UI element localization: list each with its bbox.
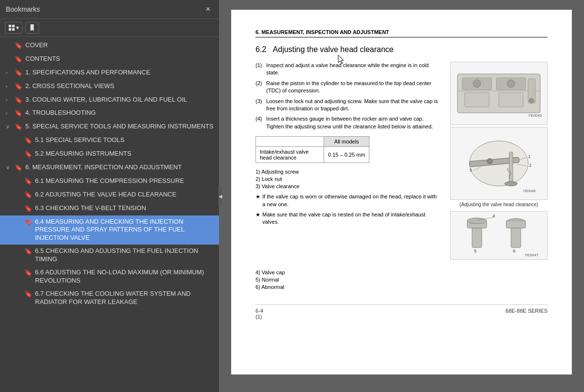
bookmark-item-cover[interactable]: 🔖COVER xyxy=(0,39,219,53)
bookmark-text: 4. TROUBLESHOOTING xyxy=(25,109,215,117)
bookmark-text: 2. CROSS SECTIONAL VIEWS xyxy=(25,82,215,90)
svg-point-9 xyxy=(473,80,481,88)
svg-point-19 xyxy=(505,181,517,186)
svg-rect-8 xyxy=(499,92,523,107)
document-panel: 6. MEASUREMENT, INSPECTION AND ADJUSTMEN… xyxy=(219,0,584,392)
bookmark-empty-icon: 🔖 xyxy=(24,150,32,159)
numbered-item: 3) Valve clearance xyxy=(256,183,440,189)
svg-rect-31 xyxy=(511,228,521,248)
valve-image-box: 1 2 3 YE0046 xyxy=(450,127,548,200)
bookmarks-title: Bookmarks xyxy=(6,5,40,13)
bookmark-text: 1. SPECIFICATIONS AND PERFORMANCE xyxy=(25,69,215,77)
bookmark-item-measure[interactable]: ∨🔖6. MEASUREMENT, INSPECTION AND ADJUSTM… xyxy=(0,161,219,175)
svg-rect-0 xyxy=(9,25,11,27)
step-num: (4) xyxy=(256,115,263,130)
doc-text-column: (1)Inspect and adjust a valve head clear… xyxy=(256,62,440,262)
bookmark-empty-icon: 🔖 xyxy=(24,290,32,299)
bookmark-item-special52[interactable]: 🔖5.2 MEASURING INSTRUMENTS xyxy=(0,147,219,161)
bookmark-item-special[interactable]: ∨🔖5. SPECIAL SERVICE TOOLS AND MEASURING… xyxy=(0,120,219,134)
bookmark-filled-icon: 🔖 xyxy=(15,164,22,172)
svg-text:YE0045: YE0045 xyxy=(528,113,542,118)
bookmark-text: 6.1 MEASURING THE COMPRESSION PRESSURE xyxy=(35,177,215,185)
table-header: All models xyxy=(324,137,369,147)
bookmark-text: 6.7 CHECKING THE COOLING WATER SYSTEM AN… xyxy=(35,290,215,306)
star-notes: ★If the valve cap is worn or otherwise d… xyxy=(256,193,440,226)
section-title: 6.2 Adjusting the valve head clearance xyxy=(256,45,548,54)
bookmarks-list[interactable]: 🔖COVER 🔖CONTENTS›🔖1. SPECIFICATIONS AND … xyxy=(0,37,219,392)
numbered-item2: 5) Normal xyxy=(256,277,548,283)
bookmark-item-m61[interactable]: 🔖6.1 MEASURING THE COMPRESSION PRESSURE xyxy=(0,175,219,188)
bookmarks-header: Bookmarks × xyxy=(0,0,219,19)
step-item: (3)Loosen the lock nut and adjusting scr… xyxy=(256,98,440,113)
bookmark-text: 3. COOLING WATER, LUBRICATING OIL AND FU… xyxy=(25,96,215,104)
bookmark-item-m64[interactable]: 🔖6.4 MEASURING AND CHECKING THE INJECTIO… xyxy=(0,215,219,245)
bookmark-item-cooling[interactable]: ›🔖3. COOLING WATER, LUBRICATING OIL AND … xyxy=(0,93,219,107)
svg-text:6: 6 xyxy=(513,249,515,253)
series-label: 68E-88E SERIES xyxy=(506,308,548,320)
expand-icon: ∨ xyxy=(6,123,13,130)
bookmark-empty-icon: 🔖 xyxy=(24,137,32,145)
grid-icon xyxy=(8,24,15,31)
engine-image-box: YE0045 xyxy=(450,62,548,125)
bookmark-button[interactable] xyxy=(25,22,39,34)
bookmark-text: 6.6 ADJUSTING THE NO-LOAD MAXIMUM (OR MI… xyxy=(35,268,215,285)
doc-footer: 6-4 (1) 68E-88E SERIES xyxy=(256,304,548,320)
numbered-item: 2) Lock nut xyxy=(256,176,440,182)
step-num: (1) xyxy=(256,62,263,77)
bookmark-text: COVER xyxy=(25,41,215,50)
step-text: Raise the piston in the cylinder to be m… xyxy=(266,80,440,95)
step-text: Insert a thickness gauge in between the … xyxy=(266,115,440,130)
expand-icon: › xyxy=(6,109,13,116)
star-note: ★If the valve cap is worn or otherwise d… xyxy=(256,193,440,208)
bookmark-empty-icon: 🔖 xyxy=(24,218,32,227)
star-symbol: ★ xyxy=(256,211,260,226)
img2-caption: (Adjusting the valve head clearance) xyxy=(450,202,548,207)
bookmark-item-spec[interactable]: ›🔖1. SPECIFICATIONS AND PERFORMANCE xyxy=(0,66,219,80)
bookmark-item-m62[interactable]: 🔖6.2 ADJUSTING THE VALVE HEAD CLEARANCE xyxy=(0,188,219,202)
star-note: ★Make sure that the valve cap is nested … xyxy=(256,211,440,226)
bookmark-empty-icon: 🔖 xyxy=(15,69,22,77)
clearance-table: All models Intake/exhaust valve head cle… xyxy=(256,136,369,163)
svg-text:YE0046: YE0046 xyxy=(523,189,535,193)
svg-text:2: 2 xyxy=(529,163,531,168)
panel-collapse-button[interactable]: ◀ xyxy=(219,186,222,206)
close-button[interactable]: × xyxy=(203,4,213,15)
svg-rect-3 xyxy=(12,28,15,31)
svg-text:5: 5 xyxy=(474,249,476,253)
bookmark-item-cross[interactable]: ›🔖2. CROSS SECTIONAL VIEWS xyxy=(0,80,219,93)
doc-main-content: (1)Inspect and adjust a valve head clear… xyxy=(256,62,548,262)
bookmark-empty-icon: 🔖 xyxy=(24,205,32,213)
svg-point-10 xyxy=(507,80,515,88)
bookmark-text: 5.2 MEASURING INSTRUMENTS xyxy=(35,150,215,158)
bookmark-item-trouble[interactable]: ›🔖4. TROUBLESHOOTING xyxy=(0,107,219,120)
svg-text:3: 3 xyxy=(470,168,472,173)
expand-icon: ∨ xyxy=(6,164,13,171)
bookmark-item-m67[interactable]: 🔖6.7 CHECKING THE COOLING WATER SYSTEM A… xyxy=(0,287,219,309)
numbered-items2-list: 4) Valve cap5) Normal6) Abnormal xyxy=(256,269,548,290)
expand-icon: › xyxy=(6,69,13,76)
table-row-label: Intake/exhaust valve head clearance xyxy=(256,147,324,163)
bookmark-item-m65[interactable]: 🔖6.5 CHECKING AND ADJUSTING THE FUEL INJ… xyxy=(0,245,219,266)
valve-cap-diagram: 4 5 6 YE0047 xyxy=(453,214,545,257)
bookmark-item-special51[interactable]: 🔖5.1 SPECIAL SERVICE TOOLS xyxy=(0,134,219,147)
svg-rect-1 xyxy=(12,25,15,27)
bookmarks-panel: Bookmarks × ▾ 🔖COVER 🔖CONTENTS›🔖1. SPECI… xyxy=(0,0,219,392)
svg-point-13 xyxy=(529,98,534,103)
note-text: If the valve cap is worn or otherwise da… xyxy=(262,193,440,208)
step-text: Inspect and adjust a valve head clearanc… xyxy=(266,62,440,77)
bookmark-item-contents[interactable]: 🔖CONTENTS xyxy=(0,53,219,66)
bookmark-text: 6.4 MEASURING AND CHECKING THE INJECTION… xyxy=(35,218,215,243)
svg-rect-7 xyxy=(465,92,489,107)
bookmark-item-m66[interactable]: 🔖6.6 ADJUSTING THE NO-LOAD MAXIMUM (OR M… xyxy=(0,266,219,287)
view-options-button[interactable]: ▾ xyxy=(5,22,22,34)
bookmark-text: 6.5 CHECKING AND ADJUSTING THE FUEL INJE… xyxy=(35,247,215,264)
bookmark-empty-icon: 🔖 xyxy=(15,109,22,118)
svg-text:4: 4 xyxy=(493,214,495,218)
svg-text:YE0047: YE0047 xyxy=(525,253,539,257)
bookmark-text: 5.1 SPECIAL SERVICE TOOLS xyxy=(35,136,215,144)
numbered-items2-container: 4) Valve cap5) Normal6) Abnormal xyxy=(256,269,548,290)
note-text: Make sure that the valve cap is nested o… xyxy=(262,211,440,226)
bookmark-item-m63[interactable]: 🔖6.3 CHECKING THE V-BELT TENSION xyxy=(0,202,219,215)
valve-cap-image-box: 4 5 6 YE0047 xyxy=(450,211,548,260)
numbered-item2: 4) Valve cap xyxy=(256,269,548,275)
